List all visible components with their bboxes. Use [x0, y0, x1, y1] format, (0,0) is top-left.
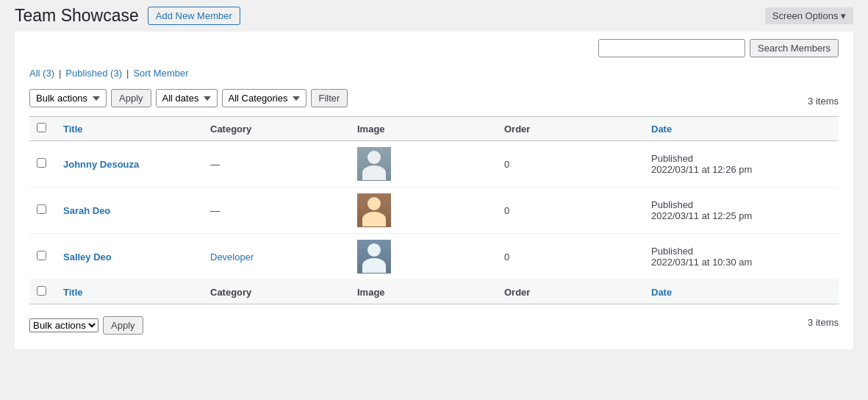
- member-category-2: Developer: [203, 234, 350, 280]
- member-date-1: Published 2022/03/11 at 12:25 pm: [644, 188, 839, 234]
- row-checkbox-2[interactable]: [37, 251, 46, 260]
- filter-published-link[interactable]: Published (3): [65, 68, 122, 79]
- member-name-link-2[interactable]: Salley Deo: [63, 251, 112, 262]
- filter-button[interactable]: Filter: [311, 89, 348, 107]
- all-dates-select[interactable]: All dates: [156, 89, 218, 107]
- search-members-button[interactable]: Search Members: [750, 39, 839, 57]
- category-link-2[interactable]: Developer: [210, 251, 254, 262]
- bulk-actions-select-bottom[interactable]: Bulk actions: [29, 318, 98, 332]
- member-order-2: 0: [497, 234, 644, 280]
- member-date-2: Published 2022/03/11 at 10:30 am: [644, 234, 839, 280]
- member-category-0: —: [203, 141, 350, 188]
- title-column-header[interactable]: Title: [63, 124, 83, 135]
- members-table: Title Category Image Order Date: [29, 116, 839, 304]
- row-checkbox-0[interactable]: [37, 158, 46, 168]
- date-column-footer[interactable]: Date: [651, 287, 672, 298]
- member-date-0: Published 2022/03/11 at 12:26 pm: [644, 141, 839, 188]
- separator-1: |: [59, 68, 61, 79]
- order-column-footer: Order: [504, 287, 530, 298]
- member-order-0: 0: [497, 141, 644, 188]
- separator-2: |: [126, 68, 129, 79]
- filter-all-link[interactable]: All (3): [29, 68, 54, 79]
- member-name-link-0[interactable]: Johnny Desouza: [63, 159, 139, 170]
- order-column-header: Order: [504, 124, 530, 135]
- bulk-actions-select-top[interactable]: Bulk actions: [29, 89, 107, 107]
- table-row: Salley Deo Developer 0 Published 2022/03…: [29, 234, 839, 280]
- member-category-1: —: [203, 188, 350, 234]
- table-row: Sarah Deo — 0 Published 2022/03/11 at 12…: [29, 188, 839, 234]
- date-column-header[interactable]: Date: [651, 124, 672, 135]
- sort-member-link[interactable]: Sort Member: [133, 68, 188, 79]
- member-image-2: [350, 234, 497, 280]
- select-all-checkbox-bottom[interactable]: [37, 286, 46, 296]
- select-all-checkbox-top[interactable]: [37, 123, 46, 132]
- title-column-footer[interactable]: Title: [63, 287, 83, 298]
- apply-button-top[interactable]: Apply: [111, 89, 151, 107]
- all-categories-select[interactable]: All Categories: [222, 89, 306, 107]
- item-count-top: 3 items: [808, 93, 839, 110]
- search-input[interactable]: [598, 39, 745, 57]
- member-image-0: [350, 141, 497, 188]
- table-row: Johnny Desouza — 0 Published 2022/03/11 …: [29, 141, 839, 188]
- image-column-footer: Image: [357, 287, 385, 298]
- member-order-1: 0: [497, 188, 644, 234]
- add-new-member-button[interactable]: Add New Member: [148, 7, 240, 25]
- image-column-header: Image: [357, 124, 385, 135]
- member-image-1: [350, 188, 497, 234]
- member-name-link-1[interactable]: Sarah Deo: [63, 205, 110, 216]
- page-title: Team Showcase: [15, 6, 139, 26]
- screen-options-button[interactable]: Screen Options ▾: [765, 7, 853, 24]
- category-column-footer: Category: [210, 287, 251, 298]
- apply-button-bottom[interactable]: Apply: [103, 316, 143, 335]
- item-count-bottom: 3 items: [808, 314, 839, 331]
- row-checkbox-1[interactable]: [37, 204, 46, 214]
- category-column-header: Category: [210, 124, 251, 135]
